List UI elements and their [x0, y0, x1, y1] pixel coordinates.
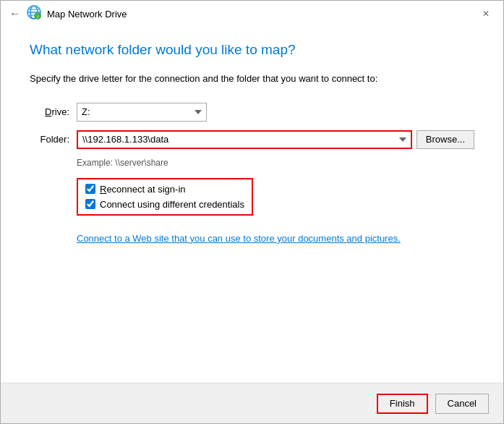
folder-select[interactable]: \\192.168.1.133\data [77, 130, 412, 149]
back-button[interactable]: ← [9, 7, 21, 20]
title-bar: ← ↑ Map Network Drive ✕ [1, 1, 503, 27]
footer: Finish Cancel [1, 383, 503, 423]
title-bar-left: ← ↑ Map Network Drive [9, 5, 127, 22]
drive-row: Drive: Z: Y: X: W: [30, 103, 474, 122]
folder-row: Folder: \\192.168.1.133\data Browse... [30, 130, 474, 149]
cancel-button[interactable]: Cancel [435, 394, 489, 414]
reconnect-label[interactable]: Reconnect at sign-in [100, 184, 186, 195]
close-button[interactable]: ✕ [477, 5, 495, 22]
credentials-label[interactable]: Connect using different credentials [100, 199, 244, 210]
folder-input-group: \\192.168.1.133\data Browse... [77, 130, 474, 149]
content-area: What network folder would you like to ma… [1, 27, 503, 383]
credentials-checkbox[interactable] [85, 199, 95, 209]
finish-button[interactable]: Finish [377, 394, 428, 414]
webdav-link-row: Connect to a Web site that you can use t… [77, 232, 474, 245]
drive-select[interactable]: Z: Y: X: W: [77, 103, 207, 122]
drive-label-text: Drive: [45, 106, 69, 117]
svg-text:↑: ↑ [36, 14, 39, 20]
drive-label: Drive: [30, 106, 69, 117]
window-title: Map Network Drive [47, 9, 127, 20]
network-drive-icon: ↑ [27, 5, 41, 22]
reconnect-row: Reconnect at sign-in [85, 184, 244, 195]
checkbox-group: Reconnect at sign-in Connect using diffe… [77, 178, 253, 216]
folder-label: Folder: [30, 134, 69, 145]
reconnect-checkbox[interactable] [85, 184, 95, 194]
main-question: What network folder would you like to ma… [30, 41, 474, 59]
credentials-row: Connect using different credentials [85, 199, 244, 210]
dialog-window: ← ↑ Map Network Drive ✕ What network fol… [0, 0, 504, 424]
webdav-link[interactable]: Connect to a Web site that you can use t… [77, 233, 401, 244]
folder-label-text: Folder: [40, 134, 69, 145]
browse-button[interactable]: Browse... [417, 130, 474, 149]
example-text: Example: \\server\share [77, 158, 474, 168]
description-text: Specify the drive letter for the connect… [30, 72, 474, 85]
